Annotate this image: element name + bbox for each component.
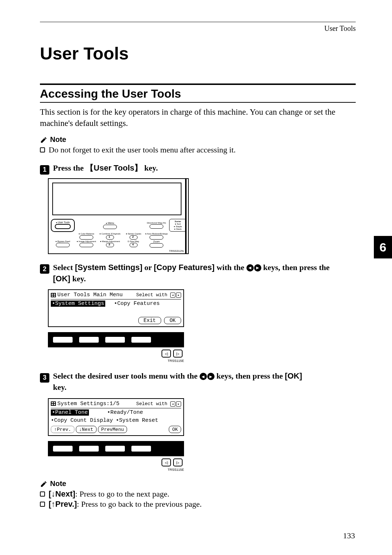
step-number-3: 3 <box>40 373 49 383</box>
lcd1-ok-button[interactable]: OK <box>164 317 181 324</box>
step-number-2: 2 <box>40 264 49 274</box>
step2-t4: keys, then press the <box>261 263 330 272</box>
note1-text: Do not forget to exit the user tools men… <box>49 145 236 155</box>
running-head: User Tools <box>40 24 356 33</box>
lcd2-item-ready[interactable]: •Ready/Tone <box>107 409 143 416</box>
left-right-keys-icon: ◂▸ <box>200 373 215 380</box>
lcd2-selectwith: Select with <box>136 401 167 407</box>
lcd1-ref: TRSS115E <box>48 359 184 363</box>
box-bullet-icon <box>40 502 45 507</box>
marginadj-key[interactable]: 3 <box>106 243 114 247</box>
section-heading: Accessing the User Tools <box>40 87 356 101</box>
lcd2-nextpage-button[interactable]: ↓Next <box>76 426 97 433</box>
lcd1-selectwith: Select with <box>136 292 167 298</box>
series-key[interactable]: 2 <box>130 235 138 240</box>
step2-t1: Select <box>53 263 75 272</box>
dsize-key[interactable]: 4 <box>130 243 138 247</box>
lcd2-ok-button[interactable]: OK <box>169 426 181 433</box>
note2-next-txt: : Press to go to the next page. <box>75 489 169 498</box>
panel-series-label: Series Copies <box>123 233 144 235</box>
lcd2-item-reset[interactable]: •System Reset <box>116 417 158 424</box>
step1-pre: Press the <box>53 163 86 172</box>
page-number: 133 <box>343 531 355 540</box>
menu-key[interactable] <box>103 225 117 229</box>
panel-staple-label: Staple <box>170 225 185 228</box>
note-heading: Note <box>40 135 356 144</box>
panel-marginadj-label: Margin Adjustment <box>98 240 122 242</box>
directional-key[interactable] <box>150 224 163 229</box>
lr-indicator-icon: ◂▸ <box>170 293 181 298</box>
step2-copy: [Copy Features] <box>154 263 215 272</box>
lcd-figure-mainmenu: User Tools Main Menu Select with ◂▸ •Sys… <box>48 289 184 358</box>
lr-indicator-icon: ◂▸ <box>170 401 181 407</box>
lcd1-item-system[interactable]: •System Settings <box>51 301 105 307</box>
panel-directional-label: Directional Mag.(%) <box>145 222 168 224</box>
panel-dsize-label: D.Size Mag. <box>123 240 144 242</box>
softkey-2[interactable] <box>79 337 99 343</box>
imageadj-key[interactable] <box>79 243 93 247</box>
softkey-1[interactable] <box>53 337 73 343</box>
softkey-3[interactable] <box>105 446 125 452</box>
panel-color-label: Color Balance <box>76 233 97 235</box>
softkey-1[interactable] <box>53 446 73 452</box>
note2-next-key: [↓Next] <box>49 489 75 498</box>
panel-imageadj-label: Image Adjustment <box>76 240 97 242</box>
lcd2-title: System Settings:1/5 <box>57 401 119 407</box>
pencil-icon <box>40 136 48 144</box>
user-tools-key[interactable] <box>55 224 71 229</box>
box-bullet-icon <box>40 147 45 152</box>
rule-above-h2 <box>40 83 356 85</box>
softkey-4[interactable] <box>131 337 151 343</box>
intro-paragraph: This section is for the key operators in… <box>40 106 356 129</box>
step3-t3: key. <box>53 383 66 392</box>
left-arrow-key[interactable]: ◁ <box>162 350 171 358</box>
softkey-bar <box>48 441 184 456</box>
step2-sys: [System Settings] <box>75 263 142 272</box>
note-heading-2: Note <box>40 479 356 488</box>
combine-key[interactable]: 1 <box>106 235 114 240</box>
step3-ok: [OK] <box>285 371 302 380</box>
grid-icon <box>51 293 56 297</box>
lcd2-prevmenu-button[interactable]: PrevMenu <box>98 426 127 433</box>
step-2: 2 Select [System Settings] or [Copy Feat… <box>40 262 356 285</box>
autoreduce-key[interactable] <box>150 235 163 240</box>
lcd2-prevpage-button[interactable]: ↑Prev. <box>51 426 74 433</box>
softkey-4[interactable] <box>131 446 151 452</box>
softkey-2[interactable] <box>79 446 99 452</box>
right-arrow-key[interactable]: ▷ <box>173 458 183 466</box>
color-balance-key[interactable] <box>79 235 93 240</box>
step2-t2: or <box>142 263 154 272</box>
panel-zoom-label: Zoom <box>145 240 168 243</box>
left-arrow-key[interactable]: ◁ <box>162 458 171 466</box>
note2-prev: [↑Prev.]: Press to go back to the previo… <box>40 499 356 509</box>
step2-ok: [OK] <box>53 274 70 283</box>
lcd2-item-panel[interactable]: •Panel Tone <box>51 409 89 416</box>
panel-usertools-label: User Tools <box>53 221 73 224</box>
panel-sorter-label: Sorter <box>170 220 185 223</box>
lcd1-item-copy[interactable]: •Copy Features <box>114 301 160 307</box>
step-1: 1 Press the 【User Tools】 key. <box>40 163 356 174</box>
note-label: Note <box>50 135 66 144</box>
lcd1-exit-button[interactable]: Exit <box>138 317 162 324</box>
rule-below-h2 <box>40 102 356 103</box>
step2-t3: with the <box>215 263 246 272</box>
step2-t5: key. <box>70 274 86 283</box>
step1-post: key. <box>142 163 158 172</box>
lcd2-item-count[interactable]: •Copy Count Display <box>51 417 113 424</box>
bypass-key[interactable] <box>56 243 70 247</box>
note2-prev-key: [↑Prev.] <box>49 499 77 509</box>
note1-item: Do not forget to exit the user tools men… <box>40 145 356 155</box>
zoom-key[interactable] <box>150 243 163 248</box>
lcd1-title: User Tools Main Menu <box>57 292 123 298</box>
right-arrow-key[interactable]: ▷ <box>173 350 183 358</box>
softkey-3[interactable] <box>105 337 125 343</box>
step3-t1: Select the desired user tools menu with … <box>53 371 200 380</box>
panel-stack-label: Stack <box>170 228 185 230</box>
panel-sort-label: Sort <box>170 223 185 225</box>
panel-bypass-label: Bypass Feed <box>51 240 75 242</box>
softkey-bar <box>48 332 184 347</box>
panel-menu-label: Menu <box>98 222 122 224</box>
step-number-1: 1 <box>40 165 49 175</box>
top-rule <box>40 22 356 22</box>
left-right-keys-icon: ◂▸ <box>246 264 261 272</box>
